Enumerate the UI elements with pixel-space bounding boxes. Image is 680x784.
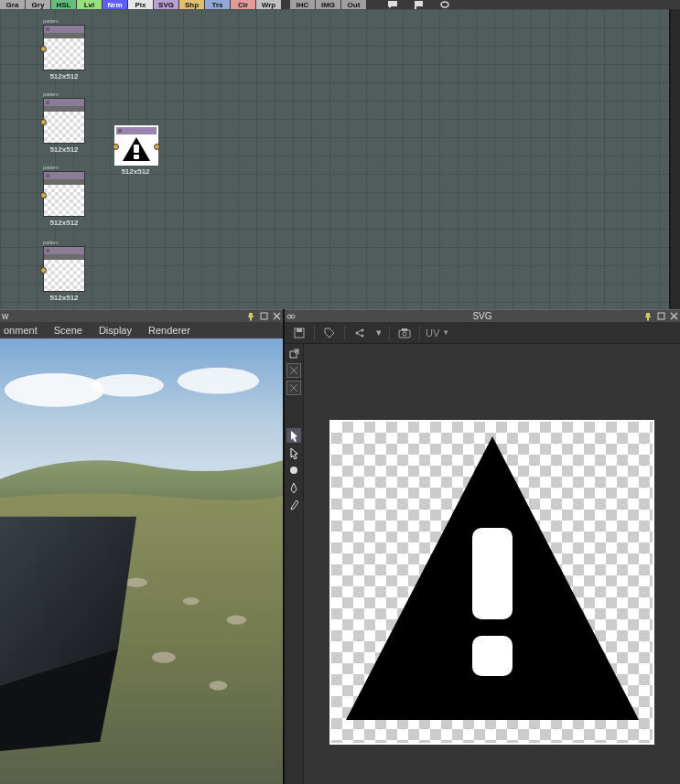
svg-rect-3: [134, 155, 139, 159]
svg-toolbar: ▾ UV▼: [285, 322, 680, 344]
menu-environment[interactable]: onment: [4, 325, 38, 336]
svg-rect-27: [402, 328, 407, 331]
3d-viewport[interactable]: [0, 338, 283, 784]
svg-header: SVG: [285, 309, 680, 322]
svg-canvas[interactable]: [304, 344, 680, 784]
tool-wrp[interactable]: Wrp: [256, 0, 281, 9]
tool-clr[interactable]: Clr: [231, 0, 255, 9]
node-dim: 512x512: [43, 294, 85, 302]
svg-artboard: [329, 420, 654, 745]
close-icon[interactable]: [667, 310, 680, 323]
pointer-tool[interactable]: [286, 428, 301, 443]
tool-hsl[interactable]: HSL: [51, 0, 76, 9]
menu-scene[interactable]: Scene: [54, 325, 82, 336]
tool-trs[interactable]: Trs: [205, 0, 230, 9]
tool-lvl[interactable]: Lvl: [77, 0, 102, 9]
svg-rect-1: [415, 1, 416, 9]
loop-icon[interactable]: [432, 0, 457, 9]
tag-icon[interactable]: [320, 325, 339, 341]
pin-icon[interactable]: [244, 310, 257, 323]
direct-select-tool[interactable]: [286, 446, 301, 460]
dropdown-icon[interactable]: ▾: [374, 325, 383, 341]
node-port-in[interactable]: [40, 267, 47, 274]
menu-renderer[interactable]: Renderer: [148, 325, 190, 336]
tool-shp[interactable]: Shp: [179, 0, 204, 9]
svg-rect-4: [261, 313, 267, 319]
node-label: pattern: [43, 165, 85, 170]
tool-svg[interactable]: SVG: [154, 0, 178, 9]
svg-title: SVG: [472, 311, 491, 321]
brush-tool[interactable]: [286, 498, 301, 512]
viewport-header: w: [0, 309, 283, 322]
graph-node[interactable]: pattern 512x512: [43, 18, 85, 81]
svg-rect-19: [658, 313, 664, 319]
node-label: pattern: [43, 240, 85, 245]
svg-point-18: [291, 315, 295, 318]
tool-out[interactable]: Out: [341, 0, 366, 9]
svg-point-29: [290, 467, 297, 474]
pen-tool[interactable]: [286, 480, 301, 495]
node-dim: 512x512: [43, 72, 85, 81]
close-icon[interactable]: [270, 310, 283, 323]
maximize-icon[interactable]: [257, 310, 270, 323]
viewport-panel: w onment Scene Display Renderer: [0, 309, 285, 784]
flag-icon[interactable]: [406, 0, 431, 9]
node-dim: 512x512: [43, 219, 85, 227]
viewport-menu: onment Scene Display Renderer: [0, 322, 283, 338]
channel-box-1[interactable]: [286, 363, 301, 378]
maximize-icon[interactable]: [654, 310, 667, 323]
svg-point-17: [287, 315, 291, 318]
svg-rect-30: [472, 528, 513, 619]
save-icon[interactable]: [290, 325, 308, 341]
tool-nrm[interactable]: Nrm: [103, 0, 127, 9]
menu-display[interactable]: Display: [99, 325, 132, 336]
viewport-title: w: [2, 311, 8, 321]
svg-rect-25: [399, 330, 410, 338]
svg-point-6: [5, 373, 104, 407]
share-icon[interactable]: [351, 325, 369, 341]
node-dim: 512x512: [43, 145, 85, 154]
svg-point-15: [152, 651, 176, 662]
node-port-in[interactable]: [40, 119, 47, 125]
graph-node-svg[interactable]: 512x512: [114, 125, 157, 176]
tool-pix[interactable]: Pix: [128, 0, 153, 9]
svg-side-tools: [285, 344, 304, 784]
circle-tool[interactable]: [286, 463, 301, 478]
graph-node[interactable]: pattern 512x512: [43, 240, 85, 302]
svg-point-13: [226, 615, 246, 624]
camera-icon[interactable]: [395, 325, 414, 341]
pin-icon[interactable]: [642, 310, 654, 323]
node-port-in[interactable]: [113, 144, 119, 150]
channel-box-2[interactable]: [286, 381, 301, 395]
node-label: pattern: [43, 91, 85, 97]
svg-point-16: [210, 681, 228, 690]
graph-node[interactable]: pattern 512x512: [43, 91, 85, 154]
node-dim: 512x512: [114, 167, 157, 176]
svg-point-8: [178, 368, 259, 394]
node-label: pattern: [43, 18, 85, 24]
node-port-in[interactable]: [40, 192, 47, 199]
svg-rect-31: [472, 636, 513, 676]
node-graph[interactable]: pattern 512x512 pattern 512x512 pattern …: [0, 9, 671, 309]
svg-panel: SVG: [285, 309, 680, 784]
link-icon[interactable]: [285, 310, 297, 323]
svg-rect-21: [297, 328, 302, 332]
svg-point-12: [183, 597, 200, 605]
svg-rect-2: [134, 145, 139, 153]
tool-ihc[interactable]: IHC: [290, 0, 315, 9]
svg-point-26: [403, 332, 406, 336]
warning-icon: [116, 134, 157, 164]
svg-point-7: [91, 374, 163, 397]
tool-gra[interactable]: Gra: [0, 0, 25, 9]
popout-icon[interactable]: [286, 346, 301, 360]
node-port-out[interactable]: [154, 144, 160, 150]
graph-node[interactable]: pattern 512x512: [43, 165, 85, 227]
tool-img[interactable]: IMG: [316, 0, 340, 9]
chat-icon[interactable]: [381, 0, 405, 9]
uv-dropdown[interactable]: UV▼: [426, 328, 449, 338]
node-port-in[interactable]: [40, 46, 47, 52]
svg-point-11: [125, 577, 147, 586]
tool-gry[interactable]: Gry: [26, 0, 50, 9]
top-toolbar: Gra Gry HSL Lvl Nrm Pix SVG Shp Trs Clr …: [0, 0, 680, 9]
